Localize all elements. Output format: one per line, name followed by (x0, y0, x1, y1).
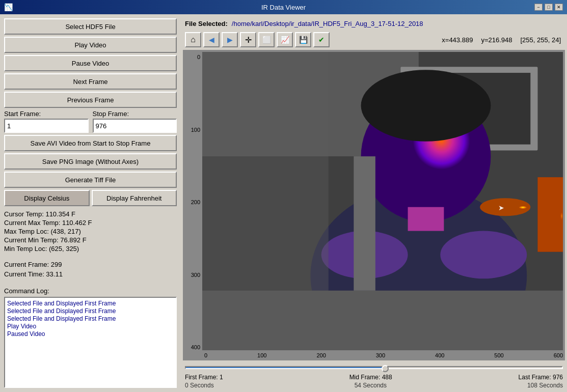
forward-icon: ▶ (227, 36, 233, 44)
x-coord: x=443.889 (442, 36, 473, 44)
mid-seconds: 54 Seconds (355, 382, 387, 389)
file-row: File Selected: /home/karl/Desktop/ir_dat… (183, 16, 565, 31)
svg-text:➤: ➤ (498, 204, 504, 212)
x-tick-100: 100 (257, 352, 266, 358)
save-png-button[interactable]: Save PNG Image (Without Axes) (4, 153, 177, 170)
crosshair-button[interactable]: ✛ (240, 32, 256, 47)
x-tick-0: 0 (204, 352, 207, 358)
y-tick-400: 400 (183, 344, 202, 350)
title-bar: 📉 IR Data Viewer − □ ✕ (0, 0, 567, 14)
select-button[interactable]: ⬜ (258, 32, 275, 47)
left-panel: Select HDF5 File Play Video Pause Video … (0, 14, 181, 392)
y-tick-0: 0 (183, 54, 202, 60)
x-tick-600: 600 (554, 352, 563, 358)
home-icon: ⌂ (191, 35, 196, 44)
start-frame-group: Start Frame: (4, 110, 89, 133)
command-log-label: Command Log: (4, 287, 177, 295)
svg-point-7 (361, 70, 491, 142)
start-seconds: 0 Seconds (185, 382, 214, 389)
chart-icon: 📈 (281, 36, 289, 44)
file-selected-label: File Selected: (185, 20, 228, 27)
forward-button[interactable]: ▶ (222, 32, 238, 47)
stop-frame-group: Stop Frame: (93, 110, 177, 133)
cursor-temp: Cursor Temp: 110.354 F (4, 210, 177, 218)
display-fahrenheit-button[interactable]: Display Fahrenheit (92, 190, 177, 206)
slider-track (185, 366, 563, 369)
end-seconds: 108 Seconds (527, 382, 563, 389)
crosshair-icon: ✛ (245, 35, 252, 45)
slider-fill (186, 367, 385, 368)
current-max-temp: Current Max Temp: 110.462 F (4, 219, 177, 227)
right-panel: File Selected: /home/karl/Desktop/ir_dat… (181, 14, 567, 392)
svg-point-11 (480, 198, 530, 216)
back-button[interactable]: ◀ (203, 32, 220, 47)
select-icon: ⬜ (262, 36, 271, 44)
file-path: /home/karl/Desktop/ir_data/IR_HDF5_Fri_A… (232, 20, 423, 27)
prev-frame-button[interactable]: Previous Frame (4, 92, 177, 108)
slider-container[interactable] (185, 362, 563, 373)
confirm-button[interactable]: ✔ (313, 32, 330, 47)
minimize-button[interactable]: − (534, 4, 543, 11)
log-entry: Selected File and Displayed First Frame (7, 307, 174, 315)
play-video-button[interactable]: Play Video (4, 37, 177, 53)
image-area: 0 100 200 300 400 (183, 50, 565, 360)
coords-display: x=443.889 y=216.948 [255, 255, 24] (442, 36, 561, 44)
seconds-row: 0 Seconds 54 Seconds 108 Seconds (185, 382, 563, 389)
stop-frame-label: Stop Frame: (93, 110, 177, 118)
y-axis: 0 100 200 300 400 (183, 54, 202, 350)
mid-frame-label: Mid Frame: 488 (349, 374, 392, 381)
log-entry: Play Video (7, 323, 174, 330)
x-tick-300: 300 (376, 352, 385, 358)
window-title: IR Data Viewer (261, 4, 306, 11)
next-frame-button[interactable]: Next Frame (4, 73, 177, 90)
thermal-svg: ➤ (202, 52, 563, 350)
svg-rect-13 (537, 177, 563, 252)
save-avi-button[interactable]: Save AVI Video from Start to Stop Frame (4, 135, 177, 151)
y-tick-200: 200 (183, 199, 202, 205)
command-log: Selected File and Displayed First Frame … (4, 297, 177, 388)
pause-video-button[interactable]: Pause Video (4, 55, 177, 71)
svg-rect-8 (408, 207, 444, 231)
max-temp-loc: Max Temp Loc: (438, 217) (4, 228, 177, 235)
stats-section: Cursor Temp: 110.354 F Current Max Temp:… (4, 210, 177, 253)
close-button[interactable]: ✕ (555, 4, 563, 11)
back-icon: ◀ (209, 36, 214, 44)
min-temp-loc: Min Temp Loc: (625, 325) (4, 245, 177, 253)
current-min-temp: Current Min Temp: 76.892 F (4, 236, 177, 244)
current-frame: Current Frame: 299 (4, 261, 177, 268)
display-celsius-button[interactable]: Display Celsius (4, 190, 90, 206)
log-entry: Selected File and Displayed First Frame (7, 315, 174, 322)
check-icon: ✔ (318, 36, 325, 44)
y-coord: y=216.948 (481, 36, 512, 44)
save-plot-button[interactable]: 💾 (295, 32, 311, 47)
svg-point-10 (440, 231, 527, 279)
x-tick-400: 400 (435, 352, 444, 358)
chart-button[interactable]: 📈 (277, 32, 293, 47)
start-stop-row: Start Frame: Stop Frame: (4, 110, 177, 133)
slider-section: First Frame: 1 Mid Frame: 488 Last Frame… (183, 361, 565, 390)
home-button[interactable]: ⌂ (185, 32, 201, 47)
maximize-button[interactable]: □ (545, 4, 553, 11)
thermal-image-container: ➤ (202, 52, 563, 350)
gen-tiff-button[interactable]: Generate Tiff File (4, 172, 177, 188)
x-tick-500: 500 (494, 352, 503, 358)
y-tick-100: 100 (183, 127, 202, 133)
window-controls: − □ ✕ (534, 4, 563, 11)
start-frame-input[interactable] (4, 119, 89, 133)
svg-rect-15 (202, 52, 329, 350)
log-entry: Paused Video (7, 330, 174, 338)
slider-thumb[interactable] (382, 365, 389, 372)
display-temp-row: Display Celsius Display Fahrenheit (4, 190, 177, 206)
select-hdf5-button[interactable]: Select HDF5 File (4, 18, 177, 35)
pixel-values: [255, 255, 24] (520, 36, 561, 44)
toolbar-row: ⌂ ◀ ▶ ✛ ⬜ 📈 💾 ✔ x=443 (183, 31, 565, 49)
current-time: Current Time: 33.11 (4, 270, 177, 278)
svg-rect-16 (354, 156, 375, 291)
save-plot-icon: 💾 (299, 36, 308, 44)
first-frame-label: First Frame: 1 (185, 374, 223, 381)
frame-labels-row: First Frame: 1 Mid Frame: 488 Last Frame… (185, 373, 563, 382)
y-tick-300: 300 (183, 272, 202, 278)
start-frame-label: Start Frame: (4, 110, 89, 118)
x-axis: 0 100 200 300 400 500 600 (202, 350, 565, 360)
stop-frame-input[interactable] (93, 119, 177, 133)
